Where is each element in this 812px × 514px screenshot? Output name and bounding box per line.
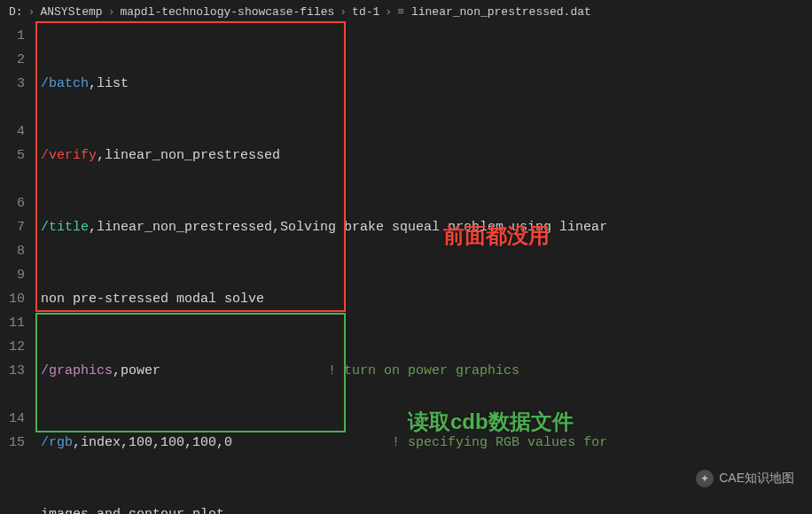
line-number: 6 [9, 191, 25, 215]
breadcrumb-seg[interactable]: mapdl-technology-showcase-files [120, 5, 334, 19]
code-comment: ! turn on power graphics [328, 363, 519, 378]
line-number: 5 [9, 144, 25, 167]
chevron-right-icon: › [385, 5, 392, 19]
watermark-text: CAE知识地图 [719, 471, 794, 487]
line-number [9, 479, 25, 502]
breadcrumb-file[interactable]: linear_non_prestressed.dat [411, 5, 591, 19]
line-number [9, 455, 25, 479]
line-number: 13 [9, 359, 25, 383]
code-token: non pre-stressed modal solve [41, 292, 264, 307]
code-token: images and contour plot [41, 507, 224, 514]
code-editor[interactable]: 1 2 3 4 5 6 7 8 9 10 11 12 13 14 15 /bat… [0, 24, 812, 514]
code-token: /batch [41, 76, 89, 91]
code-content[interactable]: /batch,list /verify,linear_non_prestress… [41, 24, 812, 514]
annotation-red-label: 前面都没用 [443, 222, 550, 250]
line-number: 10 [9, 287, 25, 311]
line-number [9, 96, 25, 120]
line-number: 3 [9, 72, 25, 96]
breadcrumb: D: › ANSYStemp › mapdl-technology-showca… [0, 0, 812, 24]
line-number: 15 [9, 431, 25, 455]
breadcrumb-seg[interactable]: td-1 [352, 5, 379, 19]
line-number: 1 [9, 24, 25, 48]
code-token: /rgb [41, 435, 73, 450]
line-number: 9 [9, 263, 25, 287]
watermark: ✦ CAE知识地图 [696, 470, 794, 487]
line-number [9, 383, 25, 407]
chevron-right-icon: › [108, 5, 115, 19]
code-token: /graphics [41, 363, 113, 378]
line-number: 4 [9, 120, 25, 144]
code-token: ,power [113, 363, 160, 378]
line-number: 7 [9, 215, 25, 239]
code-comment: ! specifying RGB values for [392, 435, 615, 450]
line-number: 11 [9, 311, 25, 335]
chevron-right-icon: › [28, 5, 35, 19]
file-icon: ≡ [397, 5, 404, 19]
code-token: /title [41, 220, 89, 235]
breadcrumb-seg[interactable]: ANSYStemp [40, 5, 102, 19]
code-token: ,linear_non_prestressed [97, 148, 280, 163]
breadcrumb-seg[interactable]: D: [9, 5, 23, 19]
annotation-green-label: 读取cdb数据文件 [408, 408, 574, 436]
wechat-icon: ✦ [696, 470, 714, 487]
code-token: /verify [41, 148, 97, 163]
line-number: 14 [9, 407, 25, 431]
line-number: 12 [9, 335, 25, 359]
line-number: 8 [9, 239, 25, 263]
code-token: ,list [89, 76, 129, 91]
code-token: ,index,100,100,100,0 [73, 435, 232, 450]
line-gutter: 1 2 3 4 5 6 7 8 9 10 11 12 13 14 15 [0, 24, 41, 514]
line-number [9, 167, 25, 191]
line-number: 2 [9, 48, 25, 72]
chevron-right-icon: › [340, 5, 347, 19]
